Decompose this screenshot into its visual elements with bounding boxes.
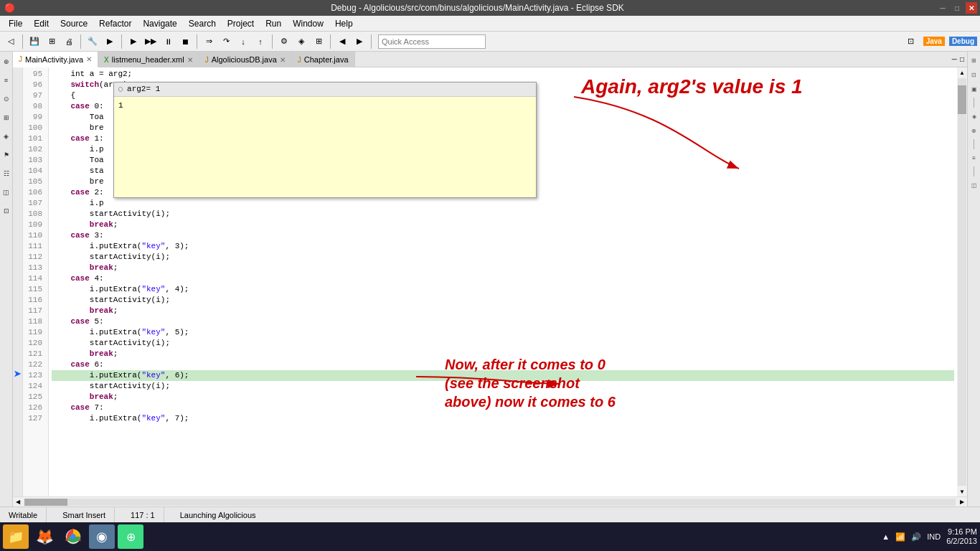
- left-icon-1[interactable]: ⊕: [1, 56, 12, 67]
- left-icon-7[interactable]: ☷: [1, 168, 12, 179]
- toolbar-save-all[interactable]: ⊞: [44, 34, 60, 50]
- toolbar-print[interactable]: 🖨: [61, 34, 77, 50]
- taskbar-wifi-icon: 📶: [895, 532, 905, 542]
- taskbar-ball[interactable]: ◉: [89, 524, 115, 549]
- editor-minimize[interactable]: ─: [952, 55, 957, 63]
- toolbar-debug-resume[interactable]: ⇒: [201, 34, 217, 50]
- left-icon-9[interactable]: ⊡: [1, 205, 12, 217]
- toolbar-new[interactable]: 🔧: [85, 34, 100, 50]
- close-button[interactable]: ✕: [966, 2, 977, 14]
- autocomplete-row-1[interactable]: 1: [117, 100, 533, 112]
- toolbar-right: ⊡ Java Debug: [903, 34, 977, 50]
- toolbar-step-over[interactable]: ↷: [218, 34, 234, 50]
- toolbar-misc5[interactable]: ▶: [352, 34, 367, 50]
- right-sep-2: [974, 139, 974, 149]
- left-icon-8[interactable]: ◫: [1, 187, 12, 198]
- right-icon-5[interactable]: ⊕: [969, 126, 979, 136]
- scroll-thumb[interactable]: [958, 85, 966, 114]
- toolbar-run2[interactable]: ▶▶: [143, 34, 159, 50]
- taskbar-folder[interactable]: 📁: [3, 524, 29, 549]
- java-perspective-badge[interactable]: Java: [923, 37, 945, 46]
- window-title: Debug - Algolicious/src/com/binus/algoli…: [18, 3, 937, 13]
- menu-edit[interactable]: Edit: [28, 17, 55, 30]
- scroll-track[interactable]: [958, 78, 966, 486]
- toolbar-misc4[interactable]: ◀: [334, 34, 350, 50]
- right-icon-7[interactable]: ◫: [969, 180, 979, 190]
- code-line-28: case 6:: [52, 359, 954, 370]
- toolbar-sep-6: [330, 34, 331, 49]
- menu-source[interactable]: Source: [55, 17, 93, 30]
- toolbar-perspective[interactable]: ⊡: [903, 34, 919, 50]
- toolbar-run[interactable]: ▶: [126, 34, 141, 50]
- status-writable: Writable: [0, 507, 47, 522]
- code-line-16: case 3:: [52, 230, 954, 241]
- right-icon-4[interactable]: ◈: [969, 111, 979, 121]
- toolbar-sep-2: [80, 34, 81, 49]
- menu-run[interactable]: Run: [260, 17, 287, 30]
- left-icon-3[interactable]: ⊙: [1, 93, 12, 105]
- scroll-down-arrow[interactable]: ▼: [957, 486, 967, 496]
- toolbar-step-return[interactable]: ↑: [253, 34, 268, 50]
- code-line-19: break;: [52, 263, 954, 273]
- toolbar-stop[interactable]: ⏹: [177, 34, 193, 50]
- taskbar-firefox[interactable]: 🦊: [32, 524, 57, 549]
- tab-listmenu-label: listmenu_header.xml: [112, 55, 184, 64]
- tab-mainactivity[interactable]: J MainActivity.java ✕: [13, 52, 98, 67]
- scroll-right-arrow[interactable]: ▶: [957, 497, 967, 507]
- scroll-left-arrow[interactable]: ◀: [13, 497, 23, 507]
- right-icon-1[interactable]: ⊞: [969, 55, 979, 65]
- menu-navigate[interactable]: Navigate: [137, 17, 182, 30]
- tab-mainactivity-close[interactable]: ✕: [86, 55, 92, 63]
- menu-window[interactable]: Window: [287, 17, 329, 30]
- taskbar-lang: IND: [927, 532, 941, 541]
- taskbar-chrome[interactable]: [60, 524, 86, 549]
- left-icon-4[interactable]: ⊞: [1, 112, 12, 123]
- tab-algoliciousdb[interactable]: J AlgoliciousDB.java ✕: [199, 52, 292, 67]
- toolbar-sep-3: [121, 34, 122, 49]
- debug-perspective-badge[interactable]: Debug: [949, 37, 977, 46]
- right-icon-6[interactable]: ≡: [969, 153, 979, 163]
- right-icon-3[interactable]: ▣: [969, 84, 979, 94]
- app-icon: 🔴: [4, 3, 15, 13]
- taskbar: 📁 🦊 ◉ ⊕ ▲ 📶 🔊 IND 9:16 PM 6/2/2013: [0, 522, 980, 551]
- toolbar-misc3[interactable]: ⊞: [311, 34, 326, 50]
- tab-listmenu-close[interactable]: ✕: [187, 56, 193, 64]
- quick-access-input[interactable]: [382, 37, 482, 46]
- toolbar-sep-1: [22, 34, 23, 49]
- tab-listmenu[interactable]: X listmenu_header.xml ✕: [98, 52, 199, 67]
- left-icon-5[interactable]: ◈: [1, 131, 12, 142]
- scroll-up-arrow[interactable]: ▲: [957, 67, 967, 77]
- java-icon: J: [19, 55, 22, 63]
- h-scroll-track[interactable]: [24, 499, 956, 506]
- tab-chapter[interactable]: J Chapter.java: [292, 52, 355, 67]
- maximize-button[interactable]: □: [951, 2, 963, 14]
- menu-project[interactable]: Project: [222, 17, 260, 30]
- toolbar-open[interactable]: ▶: [102, 34, 118, 50]
- status-bar: Writable Smart Insert 117 : 1 Launching …: [0, 507, 980, 522]
- taskbar-clock: 9:16 PM 6/2/2013: [946, 527, 977, 546]
- taskbar-android[interactable]: ⊕: [118, 524, 143, 549]
- h-scroll-thumb[interactable]: [24, 499, 67, 506]
- right-icon-2[interactable]: ⊡: [969, 70, 979, 80]
- menu-help[interactable]: Help: [329, 17, 359, 30]
- code-line-14: startActivity(i);: [52, 209, 954, 220]
- left-icon-6[interactable]: ⚑: [1, 149, 12, 161]
- menu-file[interactable]: File: [3, 17, 28, 30]
- menu-refactor[interactable]: Refactor: [93, 17, 137, 30]
- tab-algoliciousdb-close[interactable]: ✕: [280, 56, 286, 64]
- horizontal-scrollbar: ◀ ▶: [13, 496, 967, 507]
- left-icon-2[interactable]: ≡: [1, 75, 12, 86]
- toolbar-pause[interactable]: ⏸: [160, 34, 176, 50]
- toolbar-misc2[interactable]: ◈: [293, 34, 309, 50]
- code-editor[interactable]: int a = arg2; switch(arg2) { case 0: Toa…: [49, 67, 957, 496]
- toolbar-step-into[interactable]: ↓: [235, 34, 251, 50]
- code-line-21: i.putExtra("key", 4);: [52, 284, 954, 295]
- toolbar-save[interactable]: 💾: [27, 34, 42, 50]
- toolbar-misc1[interactable]: ⚙: [276, 34, 292, 50]
- menu-search[interactable]: Search: [183, 17, 222, 30]
- editor-maximize[interactable]: □: [960, 55, 964, 63]
- toolbar-back[interactable]: ◁: [3, 34, 19, 50]
- autocomplete-body[interactable]: 1: [114, 97, 536, 197]
- minimize-button[interactable]: ─: [937, 2, 948, 14]
- code-line-32: case 7:: [52, 402, 954, 413]
